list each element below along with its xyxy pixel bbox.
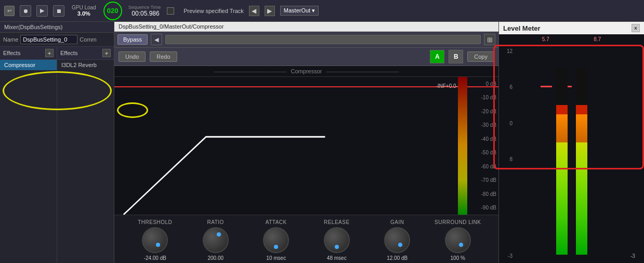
knob-value-attack: 10 msec: [266, 255, 286, 261]
db-50: -50 dB: [469, 150, 496, 155]
left-panel: Mixer(DspBusSettings) Name Comm Effects …: [0, 22, 114, 263]
knob-surround[interactable]: [445, 227, 471, 253]
meter-bar-right-green: [576, 142, 587, 255]
knob-bg-attack: [263, 227, 289, 253]
level-meter-title: Level Meter: [503, 24, 541, 32]
voices-circle: 020: [103, 2, 122, 20]
db-scale-bg: [458, 77, 467, 215]
compressor-graph-svg: [114, 77, 458, 215]
effect-item-compressor[interactable]: Compressor: [0, 60, 57, 70]
knob-dot-threshold: [156, 243, 160, 247]
meter-scale-12: 12: [501, 48, 512, 54]
master-out-selector[interactable]: MasterOut ▾: [280, 6, 319, 16]
preview-label: Preview specified Track: [183, 8, 244, 14]
dsp-path-bar: DspBusSetting_0/MasterOut/Compressor: [114, 22, 498, 32]
meter-bar-left-red: [556, 105, 568, 114]
redo-btn[interactable]: Redo: [150, 51, 177, 62]
plugin-toolbar: Bypass ◀ ⊞: [114, 32, 498, 48]
db-70: -70 dB: [469, 177, 496, 183]
effects-columns: Effects + Compressor Effects + I3DL2 Rev…: [0, 47, 114, 263]
knob-gain[interactable]: [384, 227, 410, 253]
record-btn[interactable]: ⏺: [20, 5, 31, 17]
knob-group-surround: SURROUND LINK 100 %: [435, 219, 481, 261]
db-60: -60 dB: [469, 164, 496, 169]
name-input[interactable]: [20, 35, 77, 44]
knob-label-ratio: RATIO: [207, 219, 224, 225]
knob-ratio[interactable]: [203, 227, 229, 253]
knob-release[interactable]: [324, 227, 350, 253]
effect-item-reverb[interactable]: I3DL2 Reverb: [57, 60, 114, 70]
knob-label-gain: GAIN: [390, 219, 404, 225]
meter-bar-right-orange: [576, 114, 587, 142]
knob-value-ratio: 200.00: [207, 255, 224, 261]
meter-scale-right-neg3: -3: [630, 253, 642, 259]
play-btn[interactable]: ▶: [36, 5, 48, 17]
peak-left: [541, 86, 552, 87]
preset-a-btn[interactable]: A: [430, 50, 444, 63]
main-area: Mixer(DspBusSettings) Name Comm Effects …: [0, 22, 644, 263]
back-btn[interactable]: ↩: [4, 6, 15, 16]
stop-btn[interactable]: ⏹: [53, 5, 64, 17]
grid-view-btn[interactable]: ⊞: [484, 34, 495, 45]
knob-group-ratio: RATIO 200.00: [192, 219, 239, 261]
compressor-graph-area[interactable]: -INF+0.0-INF 0 dB -10 dB -20 dB -30 dB -…: [114, 77, 498, 215]
meter-bar-right: [576, 68, 587, 255]
top-bar: ↩ ⏺ ▶ ⏹ GPU Load 3.0% 020 Sequence Time …: [0, 0, 644, 22]
preset-b-btn[interactable]: B: [449, 50, 463, 63]
compressor-title: Compressor: [291, 68, 322, 74]
center-panel: DspBusSetting_0/MasterOut/Compressor Byp…: [114, 22, 498, 263]
knob-attack[interactable]: [263, 227, 289, 253]
effects-add-btn-1[interactable]: +: [45, 49, 54, 57]
nav-right-btn[interactable]: ▶: [265, 6, 275, 16]
plugin-prev-btn[interactable]: ◀: [151, 34, 162, 45]
mixer-title: Mixer(DspBusSettings): [0, 22, 114, 33]
knob-value-threshold: -24.00 dB: [144, 255, 166, 261]
meter-label-right: 8.7: [594, 36, 601, 42]
undo-btn[interactable]: Undo: [119, 51, 146, 62]
nav-left-btn[interactable]: ◀: [249, 6, 259, 16]
effects-add-btn-2[interactable]: +: [102, 49, 111, 57]
db-80: -80 dB: [469, 191, 496, 197]
meter-scale-left: 12 6 0 8 -3: [499, 44, 515, 263]
knob-label-attack: ATTACK: [266, 219, 287, 225]
meter-bar-left-orange: [556, 114, 568, 142]
meter-scale-0: 0: [501, 121, 512, 126]
effects-col-1: Effects + Compressor: [0, 47, 57, 263]
compressor-section: Compressor -INF+0.0-INF 0 dB -10 dB -20 …: [114, 66, 498, 263]
preset-bar: Undo Redo A B Copy: [114, 48, 498, 66]
level-meter-close-btn[interactable]: ×: [632, 24, 640, 32]
db-10: -10 dB: [469, 95, 496, 100]
preview-checkbox[interactable]: [167, 7, 174, 15]
meter-scale-6: 6: [501, 84, 512, 90]
bypass-btn[interactable]: Bypass: [117, 34, 148, 45]
effects-header-2: Effects +: [57, 47, 114, 60]
db-20: -20 dB: [469, 109, 496, 114]
meter-bars-container: [515, 44, 628, 263]
meter-scale-neg3: -3: [501, 253, 512, 259]
knob-value-surround: 100 %: [451, 255, 465, 261]
gpu-value: 3.0%: [77, 10, 90, 17]
knob-dot-attack: [274, 245, 278, 249]
right-panel: Level Meter × 5.7 8.7 12 6 0 8 -3: [498, 22, 644, 263]
comm-label: Comm: [80, 36, 96, 43]
knob-dot-ratio: [217, 232, 221, 236]
knob-group-gain: GAIN 12.00 dB: [374, 219, 420, 261]
name-label: Name: [3, 36, 18, 43]
knob-group-threshold: THRESHOLD -24.00 dB: [132, 219, 178, 261]
knob-dot-surround: [459, 243, 463, 247]
db-90: -90 dB: [469, 205, 496, 211]
effects-header-1: Effects +: [0, 47, 57, 60]
level-meter-title-bar: Level Meter ×: [499, 22, 644, 34]
db-0: 0 dB: [469, 81, 496, 87]
knob-bg-release: [324, 227, 350, 253]
meter-top-labels: 5.7 8.7: [499, 34, 644, 44]
copy-btn[interactable]: Copy: [467, 51, 494, 62]
knob-value-gain: 12.00 dB: [387, 255, 408, 261]
knob-dot-release: [335, 245, 339, 249]
voices-value: 020: [107, 7, 119, 15]
knob-threshold[interactable]: [142, 227, 168, 253]
effects-col-2: Effects + I3DL2 Reverb: [57, 47, 114, 263]
meter-bar-left-green: [556, 142, 568, 255]
meter-bar-left: [556, 68, 568, 255]
knob-label-release: RELEASE: [324, 219, 350, 225]
